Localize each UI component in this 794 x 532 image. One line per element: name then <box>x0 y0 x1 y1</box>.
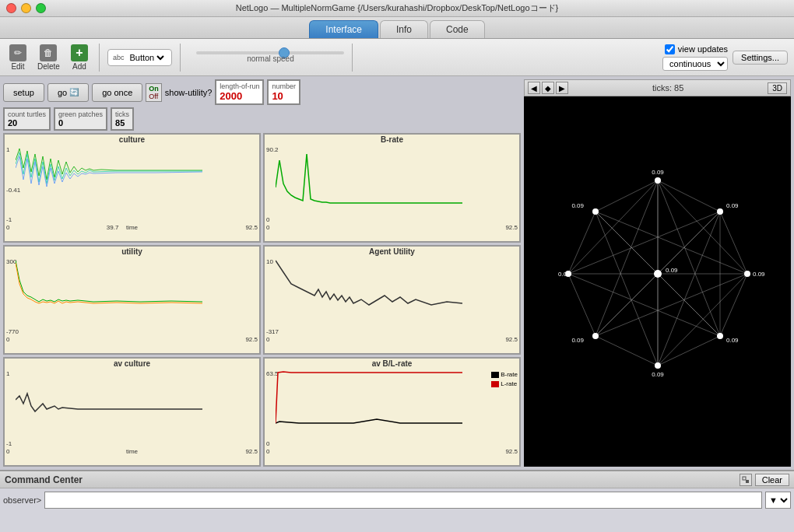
culture-x-max: 92.5 <box>245 224 258 231</box>
culture-x-min: 0 <box>6 224 9 231</box>
l-rate-legend: L-rate <box>491 380 518 389</box>
toolbar-divider-1 <box>99 44 100 72</box>
cc-expand-icon[interactable] <box>740 474 752 486</box>
agent-utility-y-max: 10 <box>266 258 273 265</box>
world-canvas: 0.09 0.09 0.09 0.09 0.09 0.09 0.09 0.09 … <box>524 96 791 467</box>
window-controls[interactable] <box>6 3 46 13</box>
add-button[interactable]: + Add <box>68 43 91 72</box>
svg-point-34 <box>717 333 723 339</box>
svg-line-28 <box>596 274 658 336</box>
svg-line-12 <box>568 180 658 274</box>
go-once-button[interactable]: go once <box>92 83 142 102</box>
continuous-dropdown[interactable]: continuous tick-based <box>662 57 728 71</box>
setup-button[interactable]: setup <box>3 83 44 102</box>
clear-button[interactable]: Clear <box>755 474 789 486</box>
maximize-button[interactable] <box>36 3 46 13</box>
network-svg: 0.09 0.09 0.09 0.09 0.09 0.09 0.09 0.09 … <box>549 165 767 398</box>
close-button[interactable] <box>6 3 16 13</box>
svg-point-39 <box>654 270 662 278</box>
svg-rect-50 <box>746 480 749 483</box>
command-dropdown[interactable]: ▼ <box>765 492 791 509</box>
green-patches-monitor: green patches 0 <box>54 107 107 131</box>
svg-text:0.09: 0.09 <box>571 337 584 344</box>
av-bl-x-max: 92.5 <box>505 448 518 455</box>
agent-utility-x-min: 0 <box>266 336 269 343</box>
svg-rect-49 <box>743 477 746 480</box>
right-panel: ◀ ◆ ▶ ticks: 85 3D <box>524 79 791 467</box>
svg-text:0.09: 0.09 <box>652 371 664 378</box>
svg-point-38 <box>592 208 599 215</box>
svg-line-14 <box>658 212 720 366</box>
three-d-button[interactable]: 3D <box>768 82 787 94</box>
command-center-header: Command Center Clear <box>0 471 794 488</box>
svg-line-0 <box>658 180 720 212</box>
av-bl-y-min: 0 <box>266 440 269 447</box>
svg-line-30 <box>596 212 658 274</box>
command-input-row: observer> ▼ <box>0 488 794 512</box>
toolbar-divider-2 <box>180 44 181 72</box>
av-culture-x-min: 0 <box>6 448 9 455</box>
svg-point-36 <box>592 333 599 339</box>
tab-code[interactable]: Code <box>430 20 485 38</box>
av-culture-y-min: -1 <box>6 440 12 447</box>
settings-button[interactable]: Settings... <box>733 51 788 65</box>
svg-point-31 <box>655 177 661 184</box>
svg-text:0.09: 0.09 <box>753 271 765 278</box>
svg-text:0.09: 0.09 <box>726 202 739 209</box>
svg-text:0.09: 0.09 <box>571 202 584 209</box>
cc-icons <box>740 474 752 486</box>
svg-line-22 <box>596 212 658 366</box>
show-utility-toggle[interactable]: On Off <box>146 83 162 102</box>
svg-text:0.09: 0.09 <box>666 267 678 274</box>
tab-interface[interactable]: Interface <box>309 20 378 38</box>
speed-control: normal speed <box>196 51 344 63</box>
go-repeat-icon: 🔄 <box>69 88 79 96</box>
av-culture-y-max: 1 <box>6 370 9 377</box>
length-of-run-input[interactable]: length-of-run 2000 <box>215 79 264 105</box>
continuous-row: continuous tick-based <box>662 57 728 71</box>
view-updates-checkbox[interactable] <box>665 44 675 54</box>
delete-button[interactable]: 🗑 Delete <box>34 43 63 72</box>
svg-line-8 <box>658 180 747 274</box>
culture-chart: culture 1 -0.41 -1 0 time 39.7 92.5 <box>3 133 261 243</box>
controls-row: setup go 🔄 go once On Off show-utility? … <box>3 79 521 105</box>
svg-line-9 <box>658 180 720 336</box>
edit-button[interactable]: ✏ Edit <box>6 43 30 72</box>
main-area: setup go 🔄 go once On Off show-utility? … <box>0 76 794 470</box>
minimize-button[interactable] <box>21 3 31 13</box>
cc-header-right: Clear <box>740 474 789 486</box>
ticks-display: ticks: 85 <box>652 83 683 93</box>
svg-line-19 <box>596 212 747 274</box>
utility-x-min: 0 <box>6 336 9 343</box>
b-rate-x-min: 0 <box>266 224 269 231</box>
command-input[interactable] <box>44 492 762 509</box>
b-rate-x-max: 92.5 <box>505 224 518 231</box>
tab-bar: Interface Info Code <box>0 17 794 39</box>
toolbar-divider-3 <box>352 44 353 72</box>
monitors-row: count turtles 20 green patches 0 ticks 8… <box>3 107 521 131</box>
world-header: ◀ ◆ ▶ ticks: 85 3D <box>524 79 791 96</box>
charts-grid: culture 1 -0.41 -1 0 time 39.7 92.5 <box>3 133 521 467</box>
svg-line-24 <box>658 212 720 274</box>
window-title: NetLogo — MultipleNormGame {/Users/kurah… <box>236 2 559 14</box>
world-right-btn[interactable]: ▶ <box>556 82 568 94</box>
culture-y-max: 1 <box>6 146 9 153</box>
command-center: Command Center Clear observer> ▼ <box>0 470 794 532</box>
ticks-monitor: ticks 85 <box>111 107 134 131</box>
view-updates-label: view updates <box>678 44 728 54</box>
world-navigation: ◀ ◆ ▶ <box>528 82 568 94</box>
agent-utility-x-max: 92.5 <box>505 336 518 343</box>
toolbar-right-controls: view updates continuous tick-based <box>662 44 728 71</box>
b-rate-y-min: 0 <box>266 216 269 223</box>
svg-line-11 <box>596 180 658 336</box>
svg-text:0.09: 0.09 <box>558 271 571 278</box>
show-utility-label: show-utility? <box>165 88 213 97</box>
world-ctrl-btn[interactable]: ◆ <box>542 82 554 94</box>
widget-type-dropdown[interactable]: Button <box>126 52 167 63</box>
tab-info[interactable]: Info <box>380 20 428 38</box>
go-button[interactable]: go 🔄 <box>47 83 89 102</box>
av-culture-chart: av culture 1 -1 0 time 92.5 <box>3 357 261 467</box>
number-input[interactable]: number 10 <box>267 79 300 105</box>
world-left-btn[interactable]: ◀ <box>528 82 540 94</box>
widget-type-selector[interactable]: abc Button <box>107 49 173 66</box>
